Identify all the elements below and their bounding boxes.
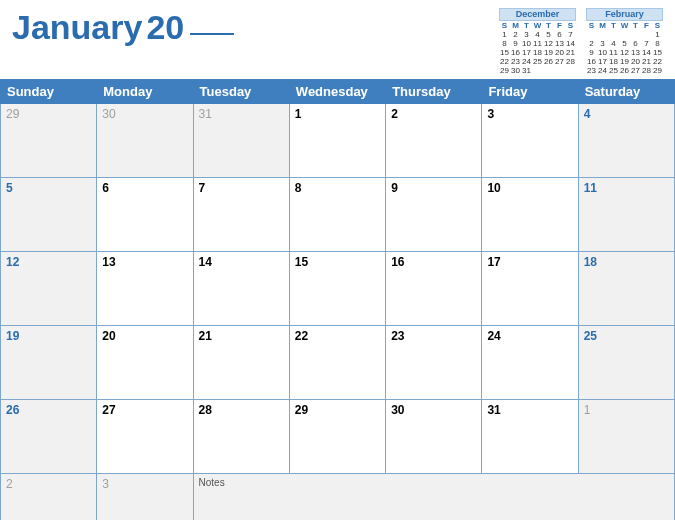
day-cell[interactable]: 7 bbox=[193, 178, 289, 252]
day-cell[interactable]: 29 bbox=[289, 400, 385, 474]
day-number: 9 bbox=[391, 181, 476, 195]
day-header-row: SundayMondayTuesdayWednesdayThursdayFrid… bbox=[1, 80, 675, 104]
day-cell[interactable]: 9 bbox=[386, 178, 482, 252]
day-cell[interactable]: 10 bbox=[482, 178, 578, 252]
mini-day: 15 bbox=[652, 48, 663, 57]
day-number: 12 bbox=[6, 255, 91, 269]
mini-day: 11 bbox=[532, 39, 543, 48]
day-cell[interactable]: 3 bbox=[482, 104, 578, 178]
calendar-row: 19202122232425 bbox=[1, 326, 675, 400]
day-cell[interactable]: 1 bbox=[289, 104, 385, 178]
day-cell[interactable]: 30 bbox=[386, 400, 482, 474]
notes-cell[interactable]: Notes bbox=[193, 474, 674, 521]
day-cell[interactable]: 4 bbox=[578, 104, 674, 178]
day-number: 30 bbox=[102, 107, 187, 121]
mini-dow: S bbox=[586, 21, 597, 30]
mini-day: 24 bbox=[597, 66, 608, 75]
day-cell[interactable]: 20 bbox=[97, 326, 193, 400]
mini-day: 1 bbox=[652, 30, 663, 39]
day-cell[interactable]: 2 bbox=[386, 104, 482, 178]
day-header: Wednesday bbox=[289, 80, 385, 104]
day-cell[interactable]: 5 bbox=[1, 178, 97, 252]
mini-day: 10 bbox=[521, 39, 532, 48]
mini-day bbox=[630, 30, 641, 39]
mini-day: 3 bbox=[597, 39, 608, 48]
day-cell[interactable]: 30 bbox=[97, 104, 193, 178]
day-cell[interactable]: 31 bbox=[193, 104, 289, 178]
calendar-row: 2930311234 bbox=[1, 104, 675, 178]
mini-day: 28 bbox=[641, 66, 652, 75]
mini-dow: T bbox=[630, 21, 641, 30]
day-header: Monday bbox=[97, 80, 193, 104]
mini-day: 18 bbox=[608, 57, 619, 66]
day-cell[interactable]: 12 bbox=[1, 252, 97, 326]
mini-dow: F bbox=[554, 21, 565, 30]
day-cell[interactable]: 3 bbox=[97, 474, 193, 521]
mini-day bbox=[586, 30, 597, 39]
day-number: 21 bbox=[199, 329, 284, 343]
day-number: 19 bbox=[6, 329, 91, 343]
mini-day: 16 bbox=[510, 48, 521, 57]
day-cell[interactable]: 1 bbox=[578, 400, 674, 474]
day-cell[interactable]: 25 bbox=[578, 326, 674, 400]
day-number: 3 bbox=[487, 107, 572, 121]
calendar-row: 23Notes bbox=[1, 474, 675, 521]
day-cell[interactable]: 16 bbox=[386, 252, 482, 326]
page-title: January 20 bbox=[12, 8, 234, 47]
day-cell[interactable]: 19 bbox=[1, 326, 97, 400]
day-number: 18 bbox=[584, 255, 669, 269]
day-cell[interactable]: 15 bbox=[289, 252, 385, 326]
day-cell[interactable]: 24 bbox=[482, 326, 578, 400]
day-number: 27 bbox=[102, 403, 187, 417]
day-number: 24 bbox=[487, 329, 572, 343]
mini-calendar-title: December bbox=[499, 8, 576, 21]
day-cell[interactable]: 22 bbox=[289, 326, 385, 400]
day-cell[interactable]: 23 bbox=[386, 326, 482, 400]
notes-label: Notes bbox=[199, 477, 669, 488]
day-cell[interactable]: 29 bbox=[1, 104, 97, 178]
day-number: 31 bbox=[487, 403, 572, 417]
day-number: 30 bbox=[391, 403, 476, 417]
mini-day: 21 bbox=[565, 48, 576, 57]
mini-day: 7 bbox=[565, 30, 576, 39]
day-cell[interactable]: 21 bbox=[193, 326, 289, 400]
mini-day: 14 bbox=[641, 48, 652, 57]
mini-day: 23 bbox=[510, 57, 521, 66]
day-header: Tuesday bbox=[193, 80, 289, 104]
day-cell[interactable]: 31 bbox=[482, 400, 578, 474]
day-number: 20 bbox=[102, 329, 187, 343]
mini-day: 9 bbox=[510, 39, 521, 48]
day-cell[interactable]: 17 bbox=[482, 252, 578, 326]
mini-day: 19 bbox=[543, 48, 554, 57]
mini-day: 4 bbox=[532, 30, 543, 39]
mini-day: 29 bbox=[499, 66, 510, 75]
mini-day bbox=[565, 66, 576, 75]
day-number: 16 bbox=[391, 255, 476, 269]
day-header: Sunday bbox=[1, 80, 97, 104]
day-cell[interactable]: 28 bbox=[193, 400, 289, 474]
mini-day: 19 bbox=[619, 57, 630, 66]
day-cell[interactable]: 6 bbox=[97, 178, 193, 252]
day-cell[interactable]: 27 bbox=[97, 400, 193, 474]
mini-day: 5 bbox=[543, 30, 554, 39]
mini-dow: M bbox=[597, 21, 608, 30]
day-cell[interactable]: 14 bbox=[193, 252, 289, 326]
mini-calendars: DecemberSMTWTFS1234567891011121314151617… bbox=[499, 8, 663, 75]
title-year-blank[interactable] bbox=[190, 33, 234, 35]
day-cell[interactable]: 8 bbox=[289, 178, 385, 252]
day-number: 14 bbox=[199, 255, 284, 269]
day-cell[interactable]: 13 bbox=[97, 252, 193, 326]
day-cell[interactable]: 18 bbox=[578, 252, 674, 326]
mini-day bbox=[543, 66, 554, 75]
mini-dow: T bbox=[608, 21, 619, 30]
day-number: 29 bbox=[6, 107, 91, 121]
day-cell[interactable]: 26 bbox=[1, 400, 97, 474]
day-cell[interactable]: 2 bbox=[1, 474, 97, 521]
day-number: 6 bbox=[102, 181, 187, 195]
mini-day: 17 bbox=[597, 57, 608, 66]
day-header: Friday bbox=[482, 80, 578, 104]
mini-day: 5 bbox=[619, 39, 630, 48]
day-number: 2 bbox=[6, 477, 91, 491]
day-cell[interactable]: 11 bbox=[578, 178, 674, 252]
mini-dow: W bbox=[619, 21, 630, 30]
